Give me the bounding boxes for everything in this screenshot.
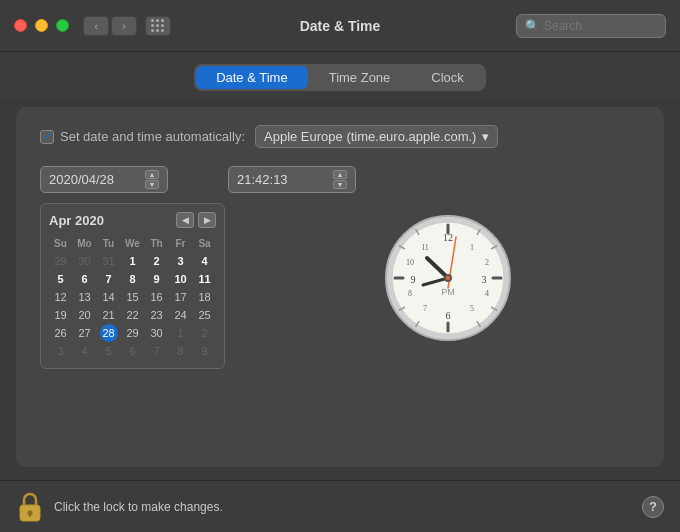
svg-text:9: 9 <box>410 274 415 285</box>
datetime-row: ▲ ▼ ▲ ▼ <box>40 166 640 193</box>
calendar-next-button[interactable]: ▶ <box>198 212 216 228</box>
cal-cell[interactable]: 26 <box>49 324 72 342</box>
cal-cell[interactable]: 2 <box>145 252 168 270</box>
cal-cell[interactable]: 3 <box>49 342 72 360</box>
calendar-row-3: 19 20 21 22 23 24 25 <box>49 306 216 324</box>
cal-cell[interactable]: 14 <box>97 288 120 306</box>
cal-cell[interactable]: 23 <box>145 306 168 324</box>
cal-header-fr: Fr <box>169 234 192 252</box>
cal-header-su: Su <box>49 234 72 252</box>
lock-text: Click the lock to make changes. <box>54 500 223 514</box>
cal-cell[interactable]: 5 <box>97 342 120 360</box>
lock-icon[interactable] <box>16 491 44 523</box>
server-dropdown[interactable]: Apple Europe (time.euro.apple.com.) ▾ <box>255 125 498 148</box>
date-step-up[interactable]: ▲ <box>145 170 159 179</box>
calendar-row-0: 29 30 31 1 2 3 4 <box>49 252 216 270</box>
cal-cell[interactable]: 1 <box>169 324 192 342</box>
calendar-prev-button[interactable]: ◀ <box>176 212 194 228</box>
calendar-day-headers: Su Mo Tu We Th Fr Sa <box>49 234 216 252</box>
cal-cell[interactable]: 19 <box>49 306 72 324</box>
search-icon: 🔍 <box>525 19 540 33</box>
svg-text:11: 11 <box>421 243 429 252</box>
date-input[interactable] <box>49 172 139 187</box>
cal-cell[interactable]: 9 <box>193 342 216 360</box>
date-input-box[interactable]: ▲ ▼ <box>40 166 168 193</box>
title-bar: ‹ › Date & Time 🔍 <box>0 0 680 52</box>
cal-cell[interactable]: 6 <box>73 270 96 288</box>
calendar-header: Apr 2020 ◀ ▶ <box>49 212 216 228</box>
cal-cell[interactable]: 11 <box>193 270 216 288</box>
window-title: Date & Time <box>300 18 381 34</box>
time-stepper: ▲ ▼ <box>333 170 347 189</box>
cal-cell[interactable]: 10 <box>169 270 192 288</box>
calendar: Apr 2020 ◀ ▶ Su Mo Tu We Th Fr Sa 29 30 <box>40 203 225 369</box>
grid-button[interactable] <box>145 16 171 36</box>
dropdown-arrow-icon: ▾ <box>482 129 489 144</box>
cal-cell[interactable]: 12 <box>49 288 72 306</box>
close-button[interactable] <box>14 19 27 32</box>
help-button[interactable]: ? <box>642 496 664 518</box>
time-input[interactable] <box>237 172 327 187</box>
cal-cell[interactable]: 5 <box>49 270 72 288</box>
cal-cell[interactable]: 6 <box>121 342 144 360</box>
cal-cell[interactable]: 8 <box>169 342 192 360</box>
cal-cell[interactable]: 29 <box>121 324 144 342</box>
svg-rect-34 <box>29 513 31 517</box>
cal-cell[interactable]: 8 <box>121 270 144 288</box>
svg-text:6: 6 <box>445 310 450 321</box>
auto-set-checkbox[interactable] <box>40 130 54 144</box>
cal-cell[interactable]: 3 <box>169 252 192 270</box>
calendar-row-1: 5 6 7 8 9 10 11 <box>49 270 216 288</box>
minimize-button[interactable] <box>35 19 48 32</box>
cal-cell[interactable]: 30 <box>73 252 96 270</box>
time-input-box[interactable]: ▲ ▼ <box>228 166 356 193</box>
time-step-up[interactable]: ▲ <box>333 170 347 179</box>
tab-time-zone[interactable]: Time Zone <box>309 66 411 89</box>
cal-cell[interactable]: 17 <box>169 288 192 306</box>
cal-cell[interactable]: 29 <box>49 252 72 270</box>
forward-button[interactable]: › <box>111 16 137 36</box>
cal-cell[interactable]: 27 <box>73 324 96 342</box>
time-step-down[interactable]: ▼ <box>333 180 347 189</box>
grid-dots-icon <box>151 19 165 33</box>
cal-cell[interactable]: 18 <box>193 288 216 306</box>
tabs-container: Date & Time Time Zone Clock <box>194 64 486 91</box>
auto-set-text: Set date and time automatically: <box>60 129 245 144</box>
clock-container: 12 3 6 9 1 2 4 5 7 8 10 11 PM <box>255 213 640 343</box>
cal-cell[interactable]: 16 <box>145 288 168 306</box>
cal-cell[interactable]: 7 <box>145 342 168 360</box>
cal-cell[interactable]: 7 <box>97 270 120 288</box>
maximize-button[interactable] <box>56 19 69 32</box>
nav-buttons: ‹ › <box>83 16 137 36</box>
cal-cell[interactable]: 13 <box>73 288 96 306</box>
back-button[interactable]: ‹ <box>83 16 109 36</box>
cal-cell[interactable]: 22 <box>121 306 144 324</box>
tabs-bar: Date & Time Time Zone Clock <box>0 52 680 99</box>
tab-date-time[interactable]: Date & Time <box>196 66 308 89</box>
cal-header-mo: Mo <box>73 234 96 252</box>
cal-cell[interactable]: 15 <box>121 288 144 306</box>
calendar-nav: ◀ ▶ <box>176 212 216 228</box>
cal-cell[interactable]: 1 <box>121 252 144 270</box>
svg-text:10: 10 <box>406 258 414 267</box>
cal-cell[interactable]: 31 <box>97 252 120 270</box>
cal-header-sa: Sa <box>193 234 216 252</box>
tab-clock[interactable]: Clock <box>411 66 484 89</box>
cal-cell[interactable]: 2 <box>193 324 216 342</box>
date-step-down[interactable]: ▼ <box>145 180 159 189</box>
cal-cell[interactable]: 30 <box>145 324 168 342</box>
search-box[interactable]: 🔍 <box>516 14 666 38</box>
cal-cell[interactable]: 24 <box>169 306 192 324</box>
cal-cell[interactable]: 25 <box>193 306 216 324</box>
search-input[interactable] <box>544 19 657 33</box>
lock-bar: Click the lock to make changes. ? <box>0 480 680 532</box>
cal-cell[interactable]: 21 <box>97 306 120 324</box>
cal-cell[interactable]: 9 <box>145 270 168 288</box>
calendar-row-4: 26 27 28 29 30 1 2 <box>49 324 216 342</box>
cal-cell[interactable]: 4 <box>193 252 216 270</box>
cal-cell[interactable]: 20 <box>73 306 96 324</box>
cal-cell[interactable]: 4 <box>73 342 96 360</box>
cal-cell-today[interactable]: 28 <box>100 324 118 342</box>
auto-set-label[interactable]: Set date and time automatically: <box>40 129 245 144</box>
svg-text:8: 8 <box>408 289 412 298</box>
